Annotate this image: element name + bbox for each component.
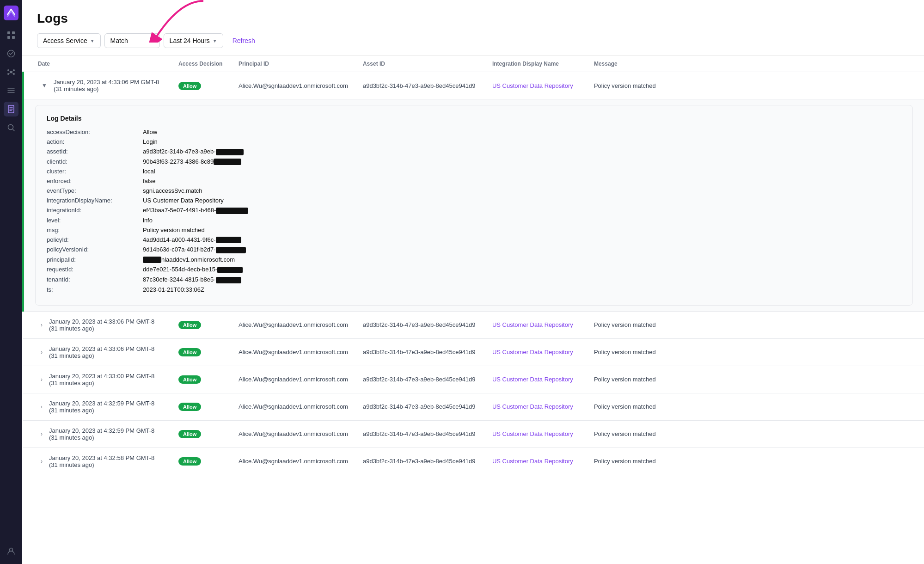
principal-id: Alice.Wu@sgnlaaddev1.onmicrosoft.com (231, 420, 355, 448)
log-field-value: 90b43f63-2273-4386-8c89 (143, 158, 241, 166)
document-icon[interactable] (4, 102, 18, 116)
table-row: › January 20, 2023 at 4:33:06 PM GMT-8 (… (23, 338, 924, 366)
log-field-value: local (143, 168, 155, 175)
page-title: Logs (37, 11, 909, 26)
log-field-key: ts: (47, 286, 139, 293)
row-date: January 20, 2023 at 4:33:06 PM GMT-8 (31… (54, 79, 164, 92)
allow-badge: Allow (178, 430, 201, 438)
row-date: January 20, 2023 at 4:32:58 PM GMT-8 (31… (49, 454, 164, 468)
log-field-value: sgni.accessSvc.match (143, 187, 202, 194)
collapse-button[interactable]: ▼ (39, 81, 50, 90)
log-field-value: Allow (143, 129, 157, 135)
integration-link[interactable]: US Customer Data Repository (492, 458, 573, 465)
row-date: January 20, 2023 at 4:32:59 PM GMT-8 (31… (49, 427, 164, 441)
expand-button[interactable]: › (38, 348, 45, 356)
asset-id: a9d3bf2c-314b-47e3-a9eb-8ed45ce941d9 (355, 366, 485, 393)
message: Policy version matched (587, 311, 924, 338)
asset-id: a9d3bf2c-314b-47e3-a9eb-8ed45ce941d9 (355, 311, 485, 338)
integration-link[interactable]: US Customer Data Repository (492, 321, 573, 328)
message: Policy version matched (587, 393, 924, 420)
svg-rect-3 (7, 36, 10, 39)
col-principal: Principal ID (231, 56, 355, 72)
log-field-key: level: (47, 217, 139, 224)
svg-rect-1 (7, 31, 10, 34)
log-field-value: info (143, 217, 153, 224)
log-field-value: nlaaddev1.onmicrosoft.com (143, 256, 235, 264)
svg-line-23 (13, 129, 15, 131)
col-integration: Integration Display Name (485, 56, 587, 72)
user-icon[interactable] (4, 544, 18, 558)
message: Policy version matched (587, 448, 924, 475)
log-field-key: policyId: (47, 236, 139, 243)
integration-link[interactable]: US Customer Data Repository (492, 430, 573, 437)
log-field: integrationDisplayName:US Customer Data … (47, 197, 901, 204)
integration-link[interactable]: US Customer Data Repository (492, 403, 573, 410)
log-field-key: principalId: (47, 256, 139, 263)
expanded-row: Log DetailsaccessDecision:Allowaction:Lo… (23, 99, 924, 312)
refresh-button[interactable]: Refresh (227, 34, 261, 48)
log-field: requestId:dde7e021-554d-4ecb-be15- (47, 266, 901, 273)
asset-id: a9d3bf2c-314b-47e3-a9eb-8ed45ce941d9 (355, 393, 485, 420)
log-field-key: eventType: (47, 187, 139, 194)
log-field-key: tenantId: (47, 276, 139, 283)
log-field-value: 2023-01-21T00:33:06Z (143, 286, 204, 293)
log-field-value: 9d14b63d-c07a-401f-b2d7- (143, 246, 246, 253)
expand-button[interactable]: › (38, 430, 45, 438)
logs-table-container: Date Access Decision Principal ID Asset … (22, 56, 924, 564)
log-field-value: a9d3bf2c-314b-47e3-a9eb- (143, 148, 244, 155)
principal-id: Alice.Wu@sgnlaaddev1.onmicrosoft.com (231, 366, 355, 393)
log-details-panel: Log DetailsaccessDecision:Allowaction:Lo… (35, 105, 913, 306)
log-field-value: Login (143, 138, 158, 145)
allow-badge: Allow (178, 82, 201, 90)
svg-point-22 (8, 125, 13, 130)
log-field-key: requestId: (47, 266, 139, 273)
time-range-dropdown[interactable]: Last 24 Hours ▼ (164, 33, 223, 48)
toolbar: Access Service ▼ Match ▼ Last 24 Hours ▼… (37, 33, 909, 48)
principal-id: Alice.Wu@sgnlaaddev1.onmicrosoft.com (231, 393, 355, 420)
expand-button[interactable]: › (38, 457, 45, 466)
col-asset: Asset ID (355, 56, 485, 72)
log-field-key: msg: (47, 227, 139, 233)
allow-badge: Allow (178, 321, 201, 329)
expand-button[interactable]: › (38, 321, 45, 329)
table-row: ▼ January 20, 2023 at 4:33:06 PM GMT-8 (… (23, 72, 924, 99)
search-icon[interactable] (4, 120, 18, 135)
log-field: accessDecision:Allow (47, 129, 901, 135)
logo-icon[interactable] (4, 6, 18, 20)
asset-id: a9d3bf2c-314b-47e3-a9eb-8ed45ce941d9 (355, 448, 485, 475)
check-circle-icon[interactable] (4, 46, 18, 61)
log-field-key: policyVersionId: (47, 246, 139, 253)
nodes-icon[interactable] (4, 65, 18, 80)
expand-button[interactable]: › (38, 375, 45, 384)
integration-link[interactable]: US Customer Data Repository (492, 82, 573, 89)
allow-badge: Allow (178, 375, 201, 384)
expand-button[interactable]: › (38, 403, 45, 411)
access-service-dropdown[interactable]: Access Service ▼ (37, 33, 101, 48)
integration-link[interactable]: US Customer Data Repository (492, 349, 573, 356)
log-details-title: Log Details (47, 115, 901, 122)
log-field-key: cluster: (47, 168, 139, 175)
grid-icon[interactable] (4, 28, 18, 43)
match-dropdown[interactable]: Match ▼ (104, 33, 160, 48)
log-field-key: assetId: (47, 148, 139, 155)
logs-table: Date Access Decision Principal ID Asset … (22, 56, 924, 475)
integration-link[interactable]: US Customer Data Repository (492, 376, 573, 383)
row-date: January 20, 2023 at 4:33:06 PM GMT-8 (31… (49, 318, 164, 332)
asset-id: a9d3bf2c-314b-47e3-a9eb-8ed45ce941d9 (355, 72, 485, 99)
message: Policy version matched (587, 72, 924, 99)
principal-id: Alice.Wu@sgnlaaddev1.onmicrosoft.com (231, 311, 355, 338)
log-field: clientId:90b43f63-2273-4386-8c89 (47, 158, 901, 166)
asset-id: a9d3bf2c-314b-47e3-a9eb-8ed45ce941d9 (355, 338, 485, 366)
dropdown-arrow-3: ▼ (213, 38, 217, 43)
principal-id: Alice.Wu@sgnlaaddev1.onmicrosoft.com (231, 72, 355, 99)
log-field-value: dde7e021-554d-4ecb-be15- (143, 266, 243, 273)
list-icon[interactable] (4, 83, 18, 98)
log-field: msg:Policy version matched (47, 227, 901, 233)
row-date: January 20, 2023 at 4:33:06 PM GMT-8 (31… (49, 345, 164, 359)
log-field-value: US Customer Data Repository (143, 197, 224, 204)
log-field: assetId:a9d3bf2c-314b-47e3-a9eb- (47, 148, 901, 155)
log-field-key: accessDecision: (47, 129, 139, 135)
log-field: cluster:local (47, 168, 901, 175)
svg-rect-4 (12, 36, 15, 39)
log-field: integrationId:ef43baa7-5e07-4491-b468- (47, 207, 901, 214)
